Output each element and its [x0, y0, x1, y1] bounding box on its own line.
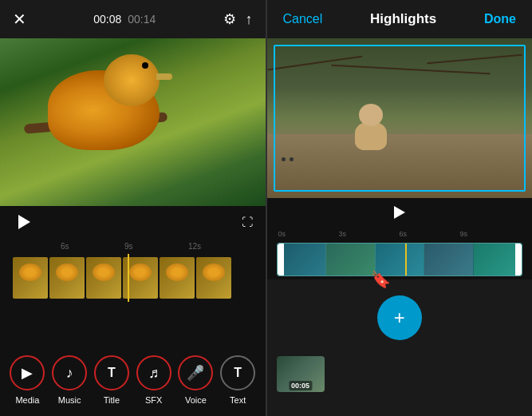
media-icon: ▶ — [10, 355, 45, 390]
tick-0s: 0s — [278, 230, 286, 238]
current-time: 00:08 — [93, 13, 121, 26]
timeline-bar: 6s 9s 12s — [0, 238, 266, 254]
right-timeline: 0s 3s 6s 9s — [267, 227, 533, 240]
play-triangle-icon — [18, 215, 30, 229]
clip-frames — [278, 244, 522, 275]
time-display: 00:08 00:14 — [93, 13, 156, 26]
bookmark-icon: 🔖 — [371, 270, 391, 289]
done-button[interactable]: Done — [484, 12, 516, 26]
highlights-title: Highlights — [370, 11, 436, 27]
clip-frame — [424, 244, 473, 275]
tool-text[interactable]: T Text — [220, 355, 255, 405]
frame-thumb — [160, 257, 195, 299]
sfx-label: SFX — [145, 395, 162, 405]
plus-icon: + — [394, 307, 405, 329]
share-icon[interactable]: ↑ — [246, 11, 253, 28]
bottom-toolbar: ▶ Media ♪ Music T Title ♬ SFX 🎤 Vo — [0, 344, 266, 416]
clip-strip-container[interactable]: 🔖 — [267, 240, 533, 279]
tool-title[interactable]: T Title — [94, 355, 129, 405]
tick-6s: 6s — [400, 230, 408, 238]
frame-thumb — [49, 257, 85, 299]
left-playback-bar: ⛶ — [0, 206, 266, 238]
thumbnail-strip: 00:05 — [267, 356, 533, 392]
add-highlight-button[interactable]: + — [377, 295, 422, 340]
title-label: Title — [104, 395, 120, 405]
sfx-icon: ♬ — [136, 355, 171, 390]
tick-12s: 12s — [188, 242, 201, 251]
clip-frame — [474, 244, 522, 275]
voice-label: Voice — [185, 395, 207, 405]
settings-icon[interactable]: ⚙ — [223, 10, 236, 28]
tick-9s: 9s — [124, 242, 133, 251]
voice-icon: 🎤 — [178, 355, 213, 390]
tool-media[interactable]: ▶ Media — [10, 355, 45, 405]
tool-sfx[interactable]: ♬ SFX — [136, 355, 171, 405]
tool-music[interactable]: ♪ Music — [52, 355, 87, 405]
add-highlight-container: + — [267, 279, 533, 356]
bird-eye — [142, 62, 148, 69]
media-label: Media — [15, 395, 39, 405]
frame-thumb — [13, 257, 48, 299]
tool-voice[interactable]: 🎤 Voice — [178, 355, 213, 405]
total-time: 00:14 — [128, 13, 156, 26]
highlight-border — [274, 45, 526, 192]
bird-beak — [156, 73, 172, 80]
music-label: Music — [58, 395, 81, 405]
title-icon: T — [94, 355, 129, 390]
thumbnail-time: 00:05 — [289, 381, 312, 390]
bird-scene — [0, 38, 266, 206]
frame-thumb — [86, 257, 121, 299]
left-video-preview — [0, 38, 266, 206]
playhead — [128, 254, 129, 302]
left-panel: ✕ 00:08 00:14 ⚙ ↑ ⛶ 6s 9s 12s — [0, 0, 266, 416]
video-strip[interactable] — [0, 254, 266, 302]
clip-frame — [278, 244, 326, 275]
header-controls: ⚙ ↑ — [223, 10, 253, 28]
frame-thumb — [196, 257, 231, 299]
right-panel: Cancel Highlights Done 0s 3s 6s 9s — [266, 0, 533, 416]
right-playhead — [405, 244, 407, 275]
tick-9s: 9s — [460, 230, 468, 238]
strip-frames — [0, 254, 266, 302]
tick-3s: 3s — [339, 230, 347, 238]
clip-right-handle[interactable] — [515, 244, 522, 275]
music-icon: ♪ — [52, 355, 87, 390]
expand-button[interactable]: ⛶ — [242, 216, 253, 228]
bird-head — [104, 54, 160, 106]
text-label: Text — [230, 395, 246, 405]
tick-6s: 6s — [61, 242, 69, 251]
cancel-button[interactable]: Cancel — [283, 12, 323, 26]
clip-frame — [326, 244, 375, 275]
close-button[interactable]: ✕ — [13, 10, 26, 29]
thumbnail-item[interactable]: 00:05 — [277, 356, 325, 392]
right-video-preview — [267, 38, 533, 198]
right-header: Cancel Highlights Done — [267, 0, 533, 38]
text-icon: T — [220, 355, 255, 390]
left-header: ✕ 00:08 00:14 ⚙ ↑ — [0, 0, 266, 38]
play-button[interactable] — [13, 211, 35, 233]
clip-left-handle[interactable] — [278, 244, 284, 275]
right-playback-bar — [267, 198, 533, 227]
right-play-button[interactable] — [394, 206, 405, 219]
clip-strip[interactable] — [277, 243, 523, 276]
